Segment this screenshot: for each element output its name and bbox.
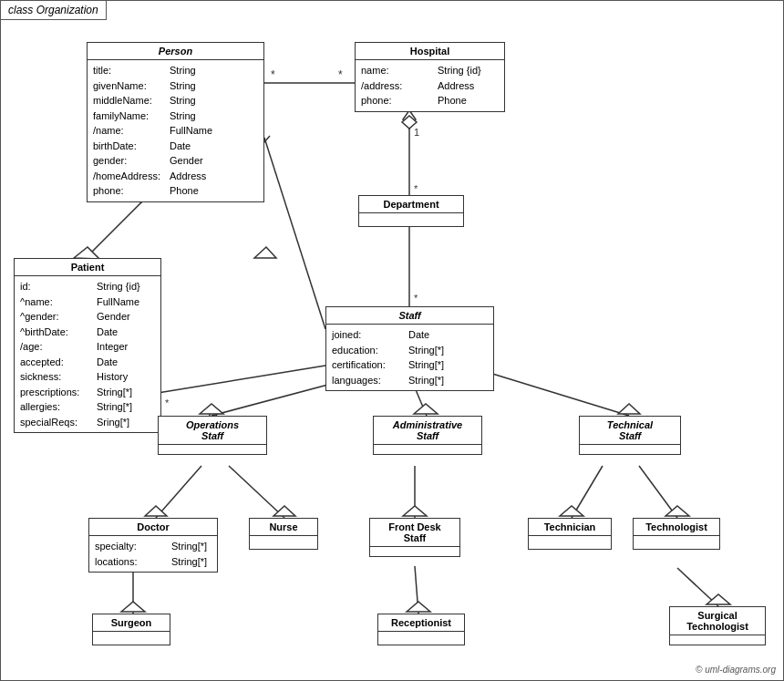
class-tech-staff-name: TechnicalStaff — [580, 417, 680, 445]
class-doctor-attrs: specialty:String[*] locations:String[*] — [89, 536, 217, 572]
class-staff-attrs: joined:Date education:String[*] certific… — [326, 325, 493, 390]
class-hospital-attrs: name:String {id} /address:Address phone:… — [356, 60, 504, 111]
svg-text:*: * — [338, 68, 343, 81]
class-surgical-tech-name: SurgicalTechnologist — [670, 607, 765, 635]
class-hospital-name: Hospital — [356, 43, 504, 60]
svg-marker-33 — [403, 506, 427, 516]
class-ops-staff-attrs — [159, 445, 266, 454]
class-technologist-name: Technologist — [634, 519, 719, 536]
class-department: Department — [358, 195, 464, 227]
class-admin-staff: AdministrativeStaff — [373, 416, 482, 455]
class-technician-attrs — [529, 536, 611, 549]
svg-line-22 — [639, 466, 677, 518]
class-doctor-name: Doctor — [89, 519, 217, 536]
class-nurse: Nurse — [249, 518, 318, 550]
svg-line-10 — [86, 197, 147, 258]
class-hospital: Hospital name:String {id} /address:Addre… — [355, 42, 505, 112]
svg-text:*: * — [414, 293, 418, 304]
svg-text:*: * — [271, 68, 275, 81]
svg-line-18 — [156, 466, 201, 518]
svg-marker-36 — [121, 602, 145, 612]
class-receptionist-attrs — [378, 632, 464, 645]
class-frontdesk-attrs — [370, 547, 459, 556]
svg-marker-32 — [273, 506, 295, 516]
svg-text:*: * — [414, 183, 418, 194]
class-technician-name: Technician — [529, 519, 611, 536]
class-person-name: Person — [88, 43, 263, 60]
svg-text:1: 1 — [414, 127, 419, 138]
diagram-title: class Organization — [1, 1, 107, 20]
diagram-container: class Organization * * 1 * 1 * * — [0, 0, 784, 681]
class-patient-attrs: id:String {id} ^name:FullName ^gender:Ge… — [15, 276, 160, 432]
svg-marker-38 — [707, 594, 730, 604]
svg-line-12 — [158, 366, 325, 393]
class-staff: Staff joined:Date education:String[*] ce… — [325, 306, 494, 391]
class-admin-staff-attrs — [374, 445, 481, 454]
svg-marker-29 — [414, 404, 438, 414]
class-technologist: Technologist — [633, 518, 720, 550]
class-tech-staff: TechnicalStaff — [579, 416, 681, 455]
svg-line-24 — [415, 566, 418, 614]
class-surgeon-attrs — [93, 632, 170, 645]
svg-text:*: * — [165, 397, 170, 408]
class-frontdesk-name: Front DeskStaff — [370, 519, 459, 547]
svg-marker-28 — [200, 404, 223, 414]
class-surgeon-name: Surgeon — [93, 614, 170, 632]
svg-line-25 — [677, 568, 718, 606]
class-department-attrs — [359, 213, 463, 226]
class-receptionist: Receptionist — [377, 614, 465, 645]
class-person-attrs: title:String givenName:String middleName… — [88, 60, 263, 201]
class-patient: Patient id:String {id} ^name:FullName ^g… — [14, 258, 161, 433]
svg-marker-30 — [618, 404, 640, 414]
class-department-name: Department — [359, 196, 463, 213]
class-tech-staff-attrs — [580, 445, 680, 454]
svg-line-11 — [264, 138, 325, 329]
svg-marker-37 — [407, 602, 430, 612]
class-technician: Technician — [528, 518, 612, 550]
class-nurse-name: Nurse — [250, 519, 317, 536]
class-nurse-attrs — [250, 536, 317, 549]
class-ops-staff-name: OperationsStaff — [159, 417, 266, 445]
class-patient-name: Patient — [15, 259, 160, 276]
svg-line-21 — [572, 466, 603, 518]
copyright-text: © uml-diagrams.org — [696, 665, 776, 675]
svg-marker-31 — [145, 506, 167, 516]
class-operations-staff: OperationsStaff — [158, 416, 267, 455]
svg-line-19 — [229, 466, 284, 518]
class-staff-name: Staff — [326, 307, 493, 325]
class-receptionist-name: Receptionist — [378, 614, 464, 632]
class-surgical-tech: SurgicalTechnologist — [669, 606, 766, 645]
class-admin-staff-name: AdministrativeStaff — [374, 417, 481, 445]
svg-marker-4 — [403, 110, 416, 129]
class-doctor: Doctor specialty:String[*] locations:Str… — [88, 518, 218, 573]
svg-marker-39 — [402, 116, 417, 129]
svg-marker-34 — [560, 506, 583, 516]
class-surgeon: Surgeon — [92, 614, 170, 645]
class-surgical-tech-attrs — [670, 635, 765, 645]
svg-marker-27 — [254, 247, 276, 258]
class-person: Person title:String givenName:String mid… — [87, 42, 264, 202]
svg-marker-35 — [665, 506, 689, 516]
class-technologist-attrs — [634, 536, 719, 549]
class-frontdesk: Front DeskStaff — [369, 518, 460, 557]
